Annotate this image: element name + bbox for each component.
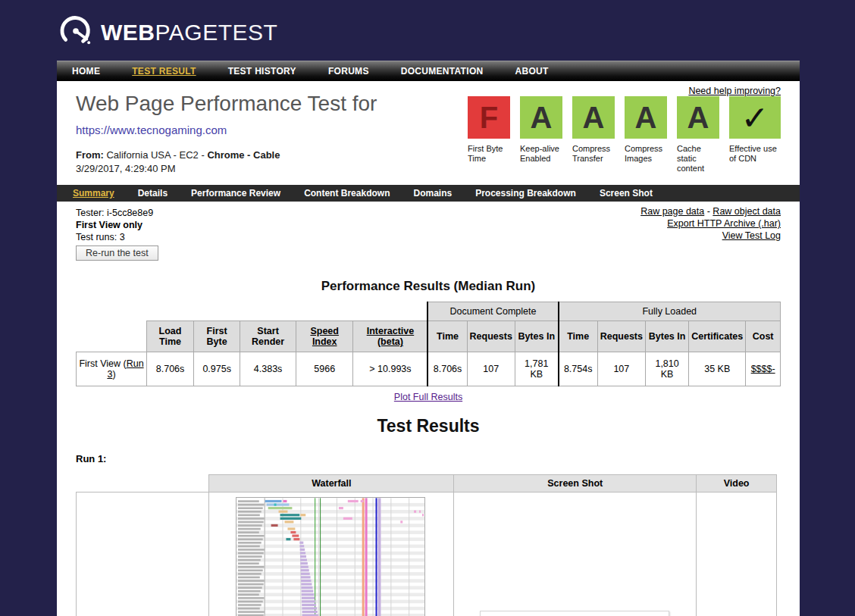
grade-letter-first-byte: F xyxy=(468,96,510,139)
video-cell xyxy=(697,492,777,616)
screen-shot-cell: Portal Comunidad Descargas Contacto Tecn… xyxy=(454,492,697,616)
row-label-first-view: First View (Run 3) xyxy=(77,352,147,386)
run-1-table: Waterfall Screen Shot Video Portal Comun… xyxy=(76,474,777,616)
test-info-row: Tester: i-5cc8e8e9 First View only Test … xyxy=(76,202,781,261)
nav-documentation[interactable]: DOCUMENTATION xyxy=(401,66,484,77)
run-table-body-row: Portal Comunidad Descargas Contacto Tecn… xyxy=(77,492,777,616)
tab-summary[interactable]: Summary xyxy=(73,188,114,199)
column-header-row: Load Time First Byte Start Render Speed … xyxy=(77,321,781,352)
value-fl-time: 8.754s xyxy=(559,352,598,386)
grade-letter-compress-images: A xyxy=(625,96,667,139)
tab-screen-shot[interactable]: Screen Shot xyxy=(600,188,653,199)
grade-cache-static[interactable]: A Cache static content xyxy=(677,96,719,174)
speed-index-link[interactable]: Speed Index xyxy=(310,326,339,347)
performance-results-heading: Performance Results (Median Run) xyxy=(76,279,781,294)
value-dc-time: 8.706s xyxy=(428,352,467,386)
grades-row: F First Byte Time A Keep-alive Enabled A… xyxy=(468,96,781,174)
interactive-beta-link[interactable]: Interactive (beta) xyxy=(367,326,415,347)
grade-label: Cache static content xyxy=(677,144,719,174)
screenshot-thumbnail[interactable]: Portal Comunidad Descargas Contacto Tecn… xyxy=(480,611,669,616)
raw-object-data-link[interactable]: Raw object data xyxy=(712,206,781,217)
run-1-label: Run 1: xyxy=(76,453,781,464)
grade-label: First Byte Time xyxy=(468,144,510,164)
grade-compress-transfer[interactable]: A Compress Transfer xyxy=(572,96,615,174)
grade-label: Compress Images xyxy=(625,144,667,164)
webpagetest-logo[interactable]: WEBPAGETEST xyxy=(58,15,800,50)
value-start-render: 4.383s xyxy=(240,352,296,386)
rerun-test-button[interactable]: Re-run the test xyxy=(76,245,158,261)
tab-details[interactable]: Details xyxy=(138,188,168,199)
col-dc-time: Time xyxy=(428,321,467,352)
nav-home[interactable]: HOME xyxy=(72,66,100,77)
performance-results-table: Document Complete Fully Loaded Load Time… xyxy=(76,302,781,386)
raw-page-data-link[interactable]: Raw page data xyxy=(640,206,704,217)
value-cost: $$$$- xyxy=(746,352,781,386)
group-header-row: Document Complete Fully Loaded xyxy=(77,302,781,321)
value-dc-bytes: 1,781 KB xyxy=(515,352,558,386)
grade-letter-cache-static: A xyxy=(677,96,719,139)
value-first-byte: 0.975s xyxy=(194,352,240,386)
run-table-header-row: Waterfall Screen Shot Video xyxy=(77,475,777,492)
link-separator: - xyxy=(704,206,712,217)
tab-domains[interactable]: Domains xyxy=(413,188,452,199)
col-dc-bytes: Bytes In xyxy=(515,321,558,352)
col-screen-shot: Screen Shot xyxy=(454,475,697,492)
nav-about[interactable]: ABOUT xyxy=(515,66,548,77)
grade-letter-keep-alive: A xyxy=(520,96,562,139)
grade-letter-compress-transfer: A xyxy=(572,96,615,139)
nav-forums[interactable]: FORUMS xyxy=(328,66,369,77)
speedometer-icon xyxy=(58,15,93,50)
grade-label: Compress Transfer xyxy=(572,144,615,164)
raw-data-links: Raw page data - Raw object data Export H… xyxy=(640,205,781,242)
main-navbar: HOME TEST RESULT TEST HISTORY FORUMS DOC… xyxy=(57,61,800,81)
col-cost: Cost xyxy=(746,321,781,352)
col-waterfall: Waterfall xyxy=(209,475,454,492)
test-results-heading: Test Results xyxy=(76,416,781,436)
grade-cdn[interactable]: ✓ Effective use of CDN xyxy=(729,96,781,174)
value-certificates: 35 KB xyxy=(689,352,746,386)
results-tabbar: Summary Details Performance Review Conte… xyxy=(57,185,800,202)
tab-content-breakdown[interactable]: Content Breakdown xyxy=(304,188,390,199)
from-browser: Chrome - Cable xyxy=(207,149,280,161)
plot-full-results-link[interactable]: Plot Full Results xyxy=(394,392,462,402)
export-har-link[interactable]: Export HTTP Archive (.har) xyxy=(667,218,781,229)
value-dc-requests: 107 xyxy=(467,352,515,386)
value-speed-index: 5966 xyxy=(296,352,353,386)
group-document-complete: Document Complete xyxy=(428,302,558,321)
checkmark-icon: ✓ xyxy=(729,96,781,139)
value-load-time: 8.706s xyxy=(146,352,193,386)
col-fl-requests: Requests xyxy=(597,321,645,352)
col-speed-index: Speed Index xyxy=(296,321,353,352)
nav-test-result[interactable]: TEST RESULT xyxy=(132,66,196,77)
tab-processing-breakdown[interactable]: Processing Breakdown xyxy=(475,188,576,199)
col-load-time: Load Time xyxy=(146,321,193,352)
col-fl-time: Time xyxy=(559,321,598,352)
col-fl-bytes: Bytes In xyxy=(646,321,689,352)
waterfall-cell xyxy=(209,492,454,616)
site-header: WEBPAGETEST xyxy=(57,0,800,61)
col-start-render: Start Render xyxy=(240,321,296,352)
first-view-row: First View (Run 3) 8.706s 0.975s 4.383s … xyxy=(77,352,781,386)
col-video: Video xyxy=(697,475,777,492)
logo-wordmark: WEBPAGETEST xyxy=(101,20,277,45)
content-area: Need help improving? Web Page Performanc… xyxy=(57,81,800,616)
waterfall-thumbnail[interactable] xyxy=(236,497,425,616)
need-help-link[interactable]: Need help improving? xyxy=(688,86,781,96)
run-row-label-cell xyxy=(77,492,209,616)
group-fully-loaded: Fully Loaded xyxy=(559,302,781,321)
value-fl-bytes: 1,810 KB xyxy=(646,352,689,386)
row-label-text: First View ( xyxy=(79,358,126,369)
grade-keep-alive[interactable]: A Keep-alive Enabled xyxy=(520,96,562,174)
tested-url-link[interactable]: https://www.tecnogaming.com xyxy=(76,124,227,136)
from-label: From: xyxy=(76,149,104,161)
col-dc-requests: Requests xyxy=(467,321,515,352)
grade-first-byte[interactable]: F First Byte Time xyxy=(468,96,510,174)
nav-test-history[interactable]: TEST HISTORY xyxy=(228,66,296,77)
value-interactive: > 10.993s xyxy=(353,352,428,386)
cost-link[interactable]: $$$$- xyxy=(751,364,775,374)
grade-compress-images[interactable]: A Compress Images xyxy=(625,96,667,174)
col-interactive: Interactive (beta) xyxy=(353,321,428,352)
value-fl-requests: 107 xyxy=(597,352,645,386)
view-test-log-link[interactable]: View Test Log xyxy=(722,230,781,241)
tab-performance-review[interactable]: Performance Review xyxy=(191,188,280,199)
